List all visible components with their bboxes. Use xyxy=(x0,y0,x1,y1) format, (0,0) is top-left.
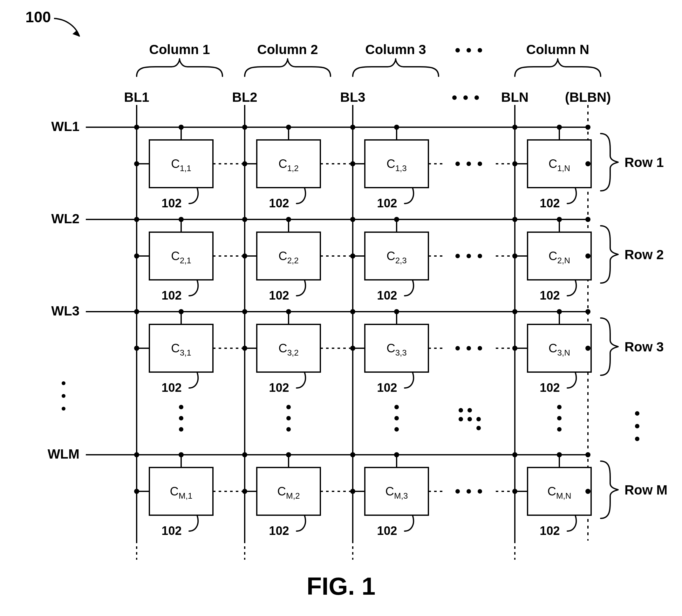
svg-point-140 xyxy=(179,452,184,457)
svg-point-20 xyxy=(467,48,471,52)
cell-c11: C1,1 xyxy=(134,125,247,188)
svg-point-114 xyxy=(557,309,562,314)
svg-point-192 xyxy=(134,217,139,222)
svg-point-200 xyxy=(512,309,517,314)
diag-ellipsis xyxy=(459,408,481,430)
row-headers: Row 1 Row 2 Row 3 Row M xyxy=(601,134,667,519)
inter-ellipsis-r2 xyxy=(455,254,482,258)
row1-label: Row 1 xyxy=(624,155,664,170)
svg-point-126 xyxy=(286,427,291,432)
svg-point-90 xyxy=(179,309,184,314)
svg-point-105 xyxy=(394,309,399,314)
svg-text:102: 102 xyxy=(377,289,397,302)
svg-text:102: 102 xyxy=(269,197,289,210)
bl2-label: BL2 xyxy=(232,90,257,105)
svg-point-121 xyxy=(179,405,183,409)
row2-brace xyxy=(601,226,618,283)
bitline-labels: BL1 BL2 BL3 BLN (BLBN) xyxy=(124,90,611,105)
cell-c21: C2,1 xyxy=(134,217,247,280)
bln-label: BLN xyxy=(501,90,528,105)
svg-text:102: 102 xyxy=(377,524,397,537)
row3-brace xyxy=(601,318,618,375)
svg-point-24 xyxy=(635,437,639,441)
cell-c13: C1,3 xyxy=(353,125,445,188)
svg-point-130 xyxy=(459,408,463,413)
svg-point-191 xyxy=(585,125,590,130)
svg-point-80 xyxy=(478,254,482,258)
svg-point-23 xyxy=(635,424,639,428)
svg-point-135 xyxy=(459,417,463,421)
svg-point-134 xyxy=(476,417,481,421)
col1-label: Column 1 xyxy=(149,42,210,57)
svg-point-21 xyxy=(478,48,482,52)
row-ellipsis-right xyxy=(635,411,639,441)
cell-c23: C2,3 xyxy=(353,217,445,280)
svg-point-193 xyxy=(242,217,247,222)
cell-c1n: C1,N xyxy=(496,125,591,188)
wlm-label: WLM xyxy=(48,446,79,461)
svg-point-122 xyxy=(179,416,183,420)
svg-point-19 xyxy=(455,48,460,52)
cell-c31: C3,1 xyxy=(134,309,247,372)
svg-point-138 xyxy=(557,427,562,432)
svg-point-13 xyxy=(62,381,66,385)
inter-ellipsis-rm xyxy=(455,489,482,493)
svg-point-199 xyxy=(350,309,355,314)
svg-point-201 xyxy=(585,309,590,314)
cell-c32: C3,2 xyxy=(245,309,355,372)
svg-text:102: 102 xyxy=(161,289,181,302)
svg-text:102: 102 xyxy=(540,381,560,394)
wl-ellipsis xyxy=(62,381,66,411)
coln-label: Column N xyxy=(526,42,589,57)
wl2-label: WL2 xyxy=(51,211,79,226)
row3-label: Row 3 xyxy=(624,339,664,354)
svg-text:102: 102 xyxy=(377,197,397,210)
svg-point-88 xyxy=(585,254,590,259)
cell-c3n: C3,N xyxy=(496,309,591,372)
svg-point-136 xyxy=(557,405,562,409)
svg-point-50 xyxy=(557,125,562,130)
wl3-label: WL3 xyxy=(51,303,79,318)
svg-point-132 xyxy=(476,426,481,430)
svg-point-48 xyxy=(478,161,482,166)
svg-point-79 xyxy=(467,254,471,258)
col3-brace xyxy=(353,59,438,76)
svg-point-196 xyxy=(585,217,590,222)
svg-point-133 xyxy=(468,408,472,413)
svg-point-127 xyxy=(394,405,399,409)
coln-brace xyxy=(515,59,601,76)
svg-point-112 xyxy=(478,346,482,350)
inter-ellipsis-r1 xyxy=(455,161,482,166)
svg-point-73 xyxy=(394,217,399,222)
wl1-label: WL1 xyxy=(51,119,79,134)
svg-point-125 xyxy=(286,416,291,420)
bl-ellipsis xyxy=(452,95,479,100)
figure-title: FIG. 1 xyxy=(307,572,376,600)
svg-point-56 xyxy=(585,161,590,166)
svg-point-46 xyxy=(455,161,460,166)
svg-point-128 xyxy=(394,416,399,420)
svg-point-22 xyxy=(635,411,639,416)
svg-point-98 xyxy=(286,309,291,314)
svg-point-170 xyxy=(585,489,590,494)
memory-array-diagram: 100 WL1 WL2 WL3 WLM xyxy=(0,0,682,616)
svg-point-205 xyxy=(512,452,517,457)
svg-point-148 xyxy=(286,452,291,457)
svg-point-110 xyxy=(455,346,460,350)
svg-point-162 xyxy=(478,489,482,493)
svg-point-47 xyxy=(467,161,471,166)
svg-point-137 xyxy=(557,416,562,420)
svg-point-160 xyxy=(455,489,460,493)
col-ellipsis xyxy=(455,48,482,52)
svg-point-26 xyxy=(179,125,184,130)
svg-text:102: 102 xyxy=(269,381,289,394)
svg-point-18 xyxy=(475,95,479,100)
svg-point-202 xyxy=(134,452,139,457)
cell-c22: C2,2 xyxy=(245,217,355,280)
cell-c2n: C2,N xyxy=(496,217,591,280)
svg-point-198 xyxy=(242,309,247,314)
svg-point-82 xyxy=(557,217,562,222)
cell-cm3: CM,3 xyxy=(353,452,445,515)
svg-point-16 xyxy=(452,95,457,100)
svg-text:102: 102 xyxy=(540,289,560,302)
